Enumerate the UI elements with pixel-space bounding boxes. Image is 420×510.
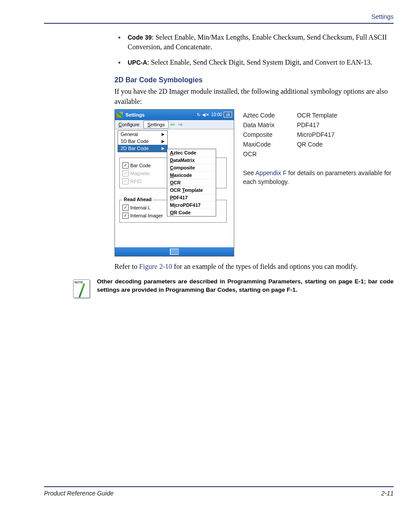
sync-icon[interactable]: ↻	[197, 112, 200, 117]
volume-icon[interactable]: ◀✕	[202, 112, 209, 117]
clock-text: 10:00	[211, 112, 222, 117]
submenu-item[interactable]: QR Code	[167, 209, 216, 216]
refer-text: Refer to Figure 2-10 for an example of t…	[114, 262, 394, 272]
section-heading: 2D Bar Code Symbologies	[114, 76, 394, 84]
intro-text: If you have the 2D Imager module install…	[114, 87, 394, 106]
checkbox-icon[interactable]: ✓	[122, 213, 129, 219]
bullet-item: Code 39: Select Enable, Min/Max Lengths,…	[114, 33, 394, 52]
side-note: See Appendix F for details on parameters…	[243, 169, 394, 186]
header-section: Settings	[371, 13, 394, 20]
symbology-col-right: OCR Template PDF417 MicroPDF417 QR Code	[297, 109, 337, 160]
bullet-strong: Code 39	[128, 34, 151, 41]
checkbox-icon[interactable]: ✓	[122, 205, 129, 211]
note-icon	[70, 278, 92, 299]
symbology-submenu[interactable]: Aztec Code DataMatrix Composite Maxicode…	[167, 149, 216, 216]
bullet-list: Code 39: Select Enable, Min/Max Lengths,…	[114, 33, 394, 67]
footer-left: Product Reference Guide	[44, 490, 114, 497]
bottom-bar	[115, 247, 234, 256]
dropdown-item-2d[interactable]: 2D Bar Code▶	[118, 145, 167, 152]
list-item: OCR Template	[297, 112, 337, 119]
ok-button[interactable]: ok	[224, 112, 232, 117]
symbology-col-left: Aztec Code Data Matrix Composite MaxiCod…	[243, 109, 275, 160]
note-block: Other decoding parameters are described …	[70, 278, 394, 299]
chevron-right-icon: ▶	[162, 146, 165, 150]
page-footer: Product Reference Guide 2-11	[44, 486, 394, 497]
list-item: Aztec Code	[243, 112, 275, 119]
checkbox-icon: ✓	[122, 178, 129, 184]
symbology-list-panel: Aztec Code Data Matrix Composite MaxiCod…	[243, 109, 394, 186]
bullet-rest: : Select Enable, Min/Max Lengths, Enable…	[128, 33, 387, 51]
chevron-right-icon: ▶	[162, 132, 165, 136]
list-item: Composite	[243, 131, 275, 138]
submenu-item[interactable]: OCR	[167, 179, 216, 187]
submenu-item[interactable]: OCR Template	[167, 187, 216, 194]
submenu-item[interactable]: Aztec Code	[167, 149, 216, 157]
dropdown-item-1d[interactable]: 1D Bar Code▶	[118, 138, 167, 145]
list-item: QR Code	[297, 141, 337, 148]
bullet-rest: : Select Enable, Send Check Digit, Send …	[147, 59, 372, 66]
submenu-item[interactable]: Maxicode	[167, 172, 216, 179]
chevron-right-icon: ▶	[162, 139, 165, 143]
bullet-item: UPC-A: Select Enable, Send Check Digit, …	[114, 58, 394, 67]
checkbox-icon[interactable]: ✓	[122, 162, 129, 169]
checkbox-icon: ✓	[122, 170, 129, 176]
list-item: PDF417	[297, 121, 337, 128]
list-item: MaxiCode	[243, 141, 275, 148]
submenu-item[interactable]: Composite	[167, 164, 216, 172]
list-item: MicroPDF417	[297, 131, 337, 138]
nav-back-icon[interactable]: ⇦	[169, 121, 177, 128]
submenu-item[interactable]: MicroPDF417	[167, 202, 216, 209]
submenu-item[interactable]: DataMatrix	[167, 157, 216, 164]
keyboard-icon[interactable]	[170, 249, 179, 255]
list-item: OCR	[243, 150, 275, 158]
menu-settings[interactable]: Settings	[144, 121, 169, 128]
note-text: Other decoding parameters are described …	[97, 278, 394, 294]
dropdown-item-general[interactable]: General▶	[118, 131, 167, 138]
submenu-item[interactable]: PDF417	[167, 194, 216, 202]
group-title: Read Ahead	[122, 197, 153, 202]
menu-configure[interactable]: Configure	[115, 121, 144, 128]
window-titlebar: Settings ↻ ◀✕ 10:00 ok	[115, 110, 234, 120]
appendix-link[interactable]: Appendix F	[255, 169, 287, 176]
settings-dropdown[interactable]: General▶ 1D Bar Code▶ 2D Bar Code▶	[118, 130, 168, 152]
windows-flag-icon	[117, 112, 123, 118]
footer-right: 2-11	[381, 490, 394, 497]
menubar: Configure Settings ⇦ ⇨	[115, 120, 234, 129]
bullet-strong: UPC-A	[128, 59, 147, 66]
page-header: Settings	[44, 13, 394, 24]
window-title: Settings	[125, 112, 197, 117]
nav-forward-icon[interactable]: ⇨	[177, 121, 184, 128]
figure-link[interactable]: Figure 2-10	[139, 263, 172, 270]
list-item: Data Matrix	[243, 121, 275, 128]
settings-screenshot: Settings ↻ ◀✕ 10:00 ok Configure Setting…	[114, 109, 234, 257]
